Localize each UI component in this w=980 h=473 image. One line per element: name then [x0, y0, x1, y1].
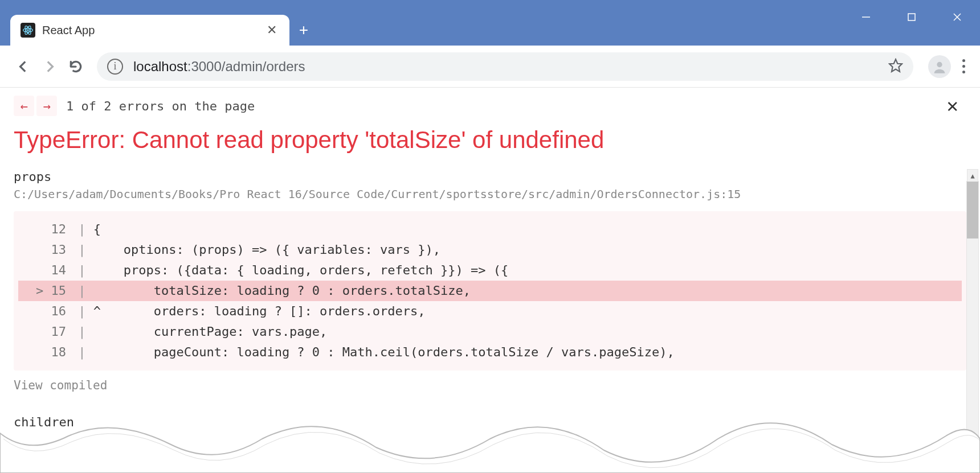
plus-icon: +: [299, 22, 308, 38]
code-line: 14 | props: ({data: { loading, orders, r…: [18, 260, 962, 281]
back-button[interactable]: [10, 54, 36, 80]
error-next-button[interactable]: →: [36, 96, 57, 116]
code-line: 18 | pageCount: loading ? 0 : Math.ceil(…: [18, 342, 962, 363]
svg-marker-8: [889, 59, 902, 72]
scrollbar-thumb[interactable]: [967, 182, 978, 238]
url-text: localhost:3000/admin/orders: [133, 59, 888, 75]
site-info-icon[interactable]: i: [107, 59, 123, 75]
window-minimize-button[interactable]: [843, 0, 889, 34]
tab-strip: React App ✕ +: [10, 15, 318, 46]
tab-title: React App: [42, 24, 264, 37]
browser-toolbar: i localhost:3000/admin/orders: [0, 46, 980, 88]
url-host: localhost: [133, 59, 187, 74]
error-overlay: ← → 1 of 2 errors on the page ✕ TypeErro…: [0, 88, 980, 437]
url-port: :3000: [187, 59, 222, 74]
code-snippet: 12 | { 13 | options: (props) => ({ varia…: [14, 211, 966, 371]
url-path: /admin/orders: [222, 59, 305, 74]
react-favicon-icon: [21, 23, 35, 38]
stack-frame-file: C:/Users/adam/Documents/Books/Pro React …: [14, 187, 966, 201]
view-compiled-link[interactable]: View compiled: [14, 379, 966, 392]
error-overlay-close-button[interactable]: ✕: [947, 96, 958, 115]
window-controls: [843, 0, 980, 34]
svg-point-9: [937, 61, 942, 67]
profile-avatar-icon[interactable]: [928, 55, 951, 78]
browser-tab-active[interactable]: React App ✕: [10, 15, 289, 46]
window-titlebar: React App ✕ +: [0, 0, 980, 46]
reload-button[interactable]: [63, 54, 89, 80]
error-nav-bar: ← → 1 of 2 errors on the page: [14, 96, 966, 116]
code-line: 16 | ^ orders: loading ? []: orders.orde…: [18, 301, 962, 322]
error-title: TypeError: Cannot read property 'totalSi…: [14, 126, 966, 154]
code-line-error: > 15 | totalSize: loading ? 0 : orders.t…: [18, 281, 962, 301]
bookmark-star-icon[interactable]: [888, 58, 903, 75]
window-close-button[interactable]: [934, 0, 980, 34]
new-tab-button[interactable]: +: [289, 15, 318, 46]
stack-frame-label: props: [14, 170, 966, 184]
code-line: 13 | options: (props) => ({ variables: v…: [18, 240, 962, 260]
browser-menu-button[interactable]: [958, 55, 970, 78]
error-count-text: 1 of 2 errors on the page: [66, 99, 255, 113]
scroll-up-arrow-icon[interactable]: ▲: [967, 169, 978, 182]
page-viewport: ← → 1 of 2 errors on the page ✕ TypeErro…: [0, 88, 980, 473]
code-line: 17 | currentPage: vars.page,: [18, 322, 962, 342]
svg-point-4: [27, 29, 28, 31]
window-maximize-button[interactable]: [889, 0, 934, 34]
forward-button[interactable]: [36, 54, 63, 80]
stack-frame-children-label: children: [14, 415, 966, 429]
scrollbar-track[interactable]: ▲: [966, 181, 979, 473]
tab-close-button[interactable]: ✕: [264, 20, 279, 40]
address-bar[interactable]: i localhost:3000/admin/orders: [97, 52, 913, 81]
error-prev-button[interactable]: ←: [14, 96, 34, 116]
code-line: 12 | {: [18, 219, 962, 240]
svg-rect-1: [908, 14, 915, 20]
